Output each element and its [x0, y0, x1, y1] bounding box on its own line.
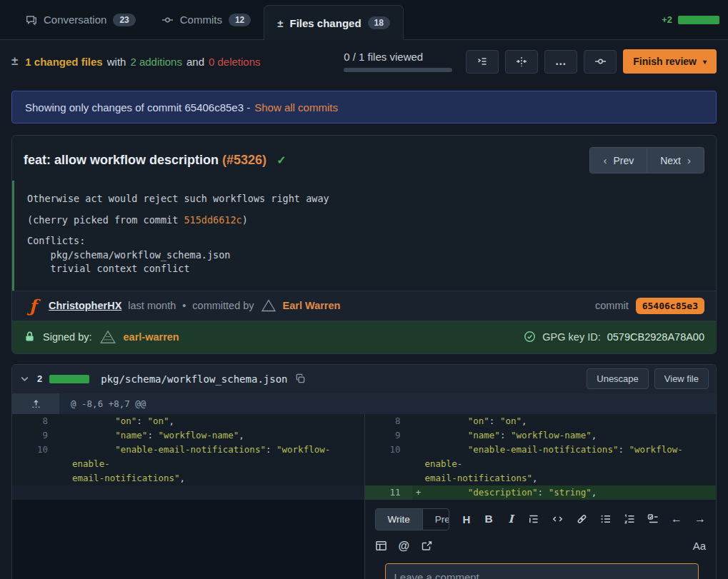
files-changed-count: 18	[368, 16, 390, 29]
mention-icon[interactable]: @	[399, 540, 410, 553]
reference-icon[interactable]	[421, 540, 433, 552]
committer-name-link[interactable]: Earl Warren	[283, 300, 341, 311]
signer-avatar[interactable]	[99, 329, 116, 345]
write-tab[interactable]: Write	[376, 509, 423, 530]
collapse-file-icon[interactable]	[19, 373, 30, 384]
added-line-marker: +	[412, 485, 425, 500]
diff-options-button[interactable]: …	[544, 50, 577, 74]
old-line-number[interactable]: 8	[12, 414, 59, 428]
author-name-link[interactable]: ChristopherHX	[49, 300, 121, 311]
line-marker	[59, 414, 72, 428]
font-toggle-icon[interactable]: Aa	[693, 540, 706, 552]
cherry-pick-prefix: (cherry picked from commit	[27, 214, 184, 226]
tab-commits[interactable]: Commits 12	[149, 0, 264, 39]
commit-message-body: Otherwise act would reject such workflow…	[12, 181, 716, 291]
new-line-number[interactable]: 9	[365, 428, 412, 443]
unescape-button[interactable]: Unescape	[587, 368, 649, 389]
files-viewed-label: 0 / 1 files viewed	[344, 51, 423, 63]
commit-time: last month	[128, 300, 176, 311]
code-line: "description": "string",	[425, 485, 717, 500]
bullet-list-icon[interactable]	[600, 513, 612, 525]
additions-text: 2 additions	[130, 56, 182, 68]
finish-review-button[interactable]: Finish review ▾	[623, 49, 717, 74]
cherry-pick-commit-link[interactable]: 515dd6612c	[184, 214, 241, 226]
file-diff-stat-bar	[49, 375, 89, 383]
numbered-list-icon[interactable]	[624, 513, 635, 525]
file-tree-icon	[477, 56, 488, 67]
code-line: "enable-email-notifications": "workflow-…	[72, 443, 364, 485]
diff-summary: ± 1 changed files with 2 additions and 0…	[11, 54, 261, 69]
copy-path-icon[interactable]	[295, 373, 306, 384]
code-line: "on": "on",	[72, 414, 364, 428]
new-line-number[interactable]: 8	[365, 414, 412, 428]
preview-tab[interactable]: Preview	[423, 509, 449, 530]
additions-count: +2	[662, 14, 672, 25]
prev-commit-button[interactable]: ‹ Prev	[589, 147, 647, 173]
link-icon[interactable]	[576, 513, 588, 525]
commit-message-line: Otherwise act would reject such workflow…	[27, 192, 703, 206]
gpg-key-value: 0579CB2928A78A00	[607, 331, 704, 343]
author-avatar[interactable]: ƒ	[24, 296, 42, 315]
view-file-button[interactable]: View file	[654, 368, 709, 389]
diff-row: 8 "on": "on",	[12, 414, 364, 428]
tab-label: Commits	[180, 14, 222, 26]
signer-name-link[interactable]: earl-warren	[124, 331, 179, 343]
committer-avatar[interactable]	[261, 298, 276, 313]
tabs: Conversation 23 Commits 12 ± Files chang…	[13, 0, 404, 39]
summary-text: with	[107, 56, 126, 68]
signed-commit-row: Signed by: earl-warren GPG key ID: 0579C…	[12, 321, 716, 353]
file-tree-toggle-button[interactable]	[466, 50, 499, 74]
line-marker	[412, 414, 425, 428]
arrow-right-icon[interactable]: →	[694, 513, 706, 525]
committed-by-label: committed by	[192, 300, 254, 311]
inline-comment-form: Write Preview H B I	[365, 500, 717, 579]
show-all-commits-link[interactable]: Show all commits	[254, 101, 338, 114]
commit-select-button[interactable]	[584, 50, 617, 74]
diff-old-column: 8 "on": "on", 9 "name": "workflow-name",…	[12, 414, 364, 579]
diff-summary-row: ± 1 changed files with 2 additions and 0…	[11, 40, 717, 82]
tab-conversation[interactable]: Conversation 23	[13, 0, 149, 39]
commit-hash-badge[interactable]: 65406c85e3	[636, 298, 704, 314]
chevron-left-icon: ‹	[603, 154, 607, 166]
tab-label: Conversation	[44, 14, 106, 26]
line-marker	[59, 428, 72, 443]
verified-icon	[524, 331, 536, 343]
italic-icon[interactable]: I	[506, 513, 516, 525]
next-commit-button[interactable]: Next ›	[647, 147, 704, 173]
commit-icon	[161, 14, 174, 26]
split-view-icon	[516, 56, 527, 67]
bold-icon[interactable]: B	[484, 513, 494, 525]
next-label: Next	[660, 155, 681, 166]
task-list-icon[interactable]	[647, 513, 659, 525]
conversation-icon	[26, 14, 37, 26]
chevron-right-icon: ›	[687, 154, 691, 166]
heading-icon[interactable]: H	[462, 513, 472, 525]
chevron-down-icon: ▾	[703, 58, 707, 66]
diff-view-toggle-button[interactable]	[505, 50, 538, 74]
code-line: "enable-email-notifications": "workflow-…	[425, 443, 717, 485]
expand-hunk-button[interactable]	[12, 393, 59, 414]
arrow-left-icon[interactable]: ←	[671, 513, 682, 525]
table-icon[interactable]	[375, 540, 387, 552]
code-icon[interactable]	[552, 513, 564, 525]
files-viewed-block: 0 / 1 files viewed	[344, 51, 452, 72]
tab-files-changed[interactable]: ± Files changed 18	[264, 5, 404, 40]
commit-nav: ‹ Prev Next ›	[589, 147, 704, 173]
new-line-number[interactable]: 11	[365, 485, 412, 500]
old-line-number[interactable]: 9	[12, 428, 59, 443]
deletions-text: 0 deletions	[209, 56, 261, 68]
quote-icon[interactable]	[528, 513, 539, 525]
code-line: "name": "workflow-name",	[425, 428, 717, 443]
commit-title: feat: allow workflow description (#5326)…	[24, 153, 286, 168]
diff-row: 10 "enable-email-notifications": "workfl…	[365, 443, 717, 485]
old-line-number	[12, 485, 59, 500]
files-viewed-progressbar	[344, 68, 452, 72]
diff-left-empty-area	[12, 500, 364, 579]
new-line-number[interactable]: 10	[365, 443, 412, 485]
ellipsis-icon: …	[555, 58, 567, 65]
changed-files-link[interactable]: 1 changed files	[25, 56, 102, 68]
summary-text: and	[186, 56, 204, 68]
old-line-number[interactable]: 10	[12, 443, 59, 485]
comment-input[interactable]	[385, 563, 699, 579]
pr-number-link[interactable]: (#5326)	[222, 153, 266, 167]
